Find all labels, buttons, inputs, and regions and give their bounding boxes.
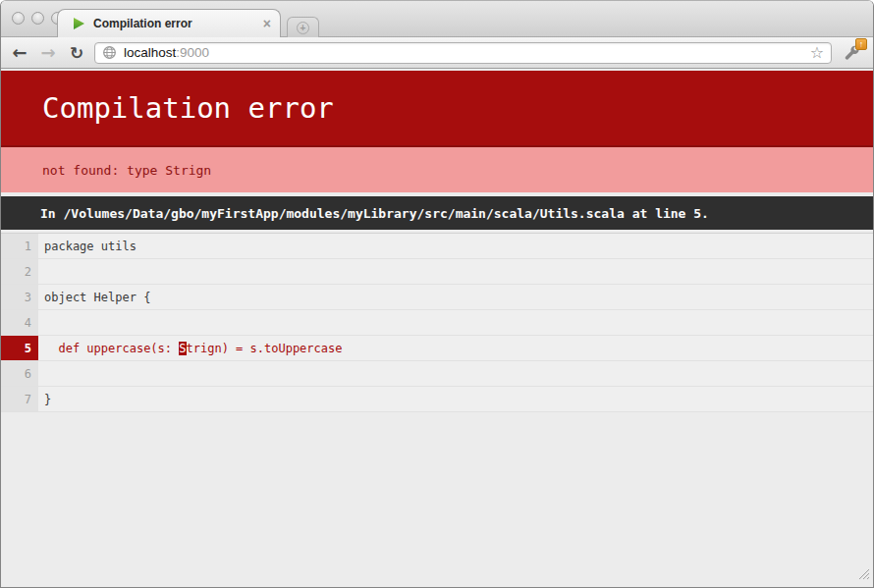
resize-grip[interactable]: [857, 566, 870, 584]
plus-icon: +: [297, 22, 309, 34]
error-header: Compilation error: [1, 71, 873, 145]
url-port: :9000: [176, 45, 209, 60]
code-line: 2: [1, 259, 873, 285]
navigation-toolbar: ← → ↻ localhost:9000 ☆ ↑: [1, 37, 873, 69]
browser-tab[interactable]: Compilation error ×: [57, 9, 281, 37]
line-number: 3: [1, 285, 38, 309]
url-host: localhost: [124, 45, 176, 60]
browser-menu-button[interactable]: ↑: [839, 41, 865, 64]
browser-window: Compilation error × + ← → ↻ localhost:90…: [0, 0, 874, 588]
tab-close-icon[interactable]: ×: [263, 17, 271, 30]
globe-icon: [102, 45, 117, 60]
tab-title: Compilation error: [93, 17, 263, 30]
minimize-window-button[interactable]: [31, 12, 44, 25]
line-number: 7: [1, 387, 38, 411]
code-text: package utils: [38, 234, 873, 258]
code-listing: 1package utils23object Helper {45 def up…: [1, 233, 873, 412]
address-bar[interactable]: localhost:9000 ☆: [94, 42, 832, 64]
error-title: Compilation error: [42, 91, 334, 125]
code-text: [38, 259, 873, 284]
bookmark-star-icon[interactable]: ☆: [810, 45, 824, 61]
error-location: In /Volumes/Data/gbo/myFirstApp/modules/…: [40, 206, 709, 221]
error-message: not found: type Strign: [42, 163, 211, 178]
code-line: 7}: [1, 387, 873, 412]
code-text: object Helper {: [38, 285, 873, 309]
close-window-button[interactable]: [12, 12, 25, 25]
error-page: Compilation error not found: type Strign…: [1, 69, 873, 587]
new-tab-button[interactable]: +: [287, 17, 319, 37]
error-char-highlight: S: [179, 342, 186, 355]
code-text: def uppercase(s: Strign) = s.toUppercase: [38, 336, 873, 360]
code-line: 5 def uppercase(s: Strign) = s.toUpperca…: [1, 336, 873, 361]
play-favicon-icon: [73, 17, 85, 30]
error-location-bar: In /Volumes/Data/gbo/myFirstApp/modules/…: [1, 196, 873, 230]
code-line: 4: [1, 310, 873, 336]
line-number: 5: [1, 336, 38, 360]
line-number: 2: [1, 259, 38, 284]
update-badge-icon: ↑: [855, 38, 867, 50]
reload-button[interactable]: ↻: [66, 43, 87, 63]
code-line: 6: [1, 361, 873, 387]
error-message-banner: not found: type Strign: [1, 145, 873, 192]
line-number: 1: [1, 234, 38, 258]
code-line: 1package utils: [1, 234, 873, 259]
forward-button[interactable]: →: [37, 42, 59, 63]
url-text: localhost:9000: [124, 45, 209, 60]
title-bar: Compilation error × +: [1, 1, 873, 37]
line-number: 4: [1, 310, 38, 335]
line-number: 6: [1, 361, 38, 386]
back-button[interactable]: ←: [9, 42, 30, 63]
code-text: [38, 310, 873, 335]
code-text: }: [38, 387, 873, 411]
code-line: 3object Helper {: [1, 285, 873, 310]
code-text: [38, 361, 873, 386]
